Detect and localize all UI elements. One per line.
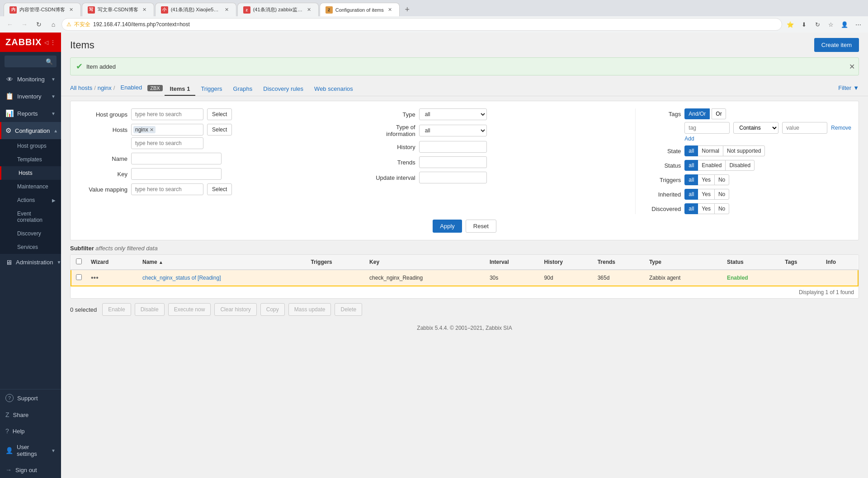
hosts-select-btn[interactable]: Select (207, 124, 232, 136)
downloads-btn[interactable]: ⬇ (797, 18, 810, 31)
sidebar-bottom-help[interactable]: ? Help (0, 423, 61, 439)
copy-btn[interactable]: Copy (260, 303, 285, 316)
mass-update-btn[interactable]: Mass update (288, 303, 331, 316)
update-interval-input[interactable] (419, 172, 487, 183)
tag-name-input[interactable] (684, 122, 730, 134)
browser-tab-1[interactable]: 内 内容管理-CSDN博客 ✕ (4, 3, 81, 16)
host-groups-select-btn[interactable]: Select (207, 108, 232, 120)
value-mapping-input[interactable] (131, 183, 203, 195)
hosts-chip-remove[interactable]: ✕ (150, 127, 154, 133)
host-groups-input[interactable] (131, 108, 203, 120)
sidebar-item-maintenance[interactable]: Maintenance (0, 180, 61, 193)
key-input[interactable] (131, 168, 222, 180)
create-item-button[interactable]: Create item (814, 38, 859, 52)
inherited-yes-btn[interactable]: Yes (698, 189, 715, 200)
sidebar-item-actions[interactable]: Actions ▶ (0, 193, 61, 207)
sidebar-item-configuration[interactable]: ⚙ Configuration ▲ (0, 122, 61, 139)
alert-close-btn[interactable]: ✕ (849, 62, 855, 71)
discovered-all-btn[interactable]: all (684, 203, 698, 214)
triggers-yes-btn[interactable]: Yes (698, 174, 715, 185)
discovered-no-btn[interactable]: No (714, 203, 729, 214)
status-enabled-btn[interactable]: Enabled (698, 160, 726, 171)
browser-tab-5[interactable]: Z Configuration of items ✕ (320, 3, 400, 16)
tab-triggers[interactable]: Triggers (195, 83, 227, 96)
name-input[interactable] (131, 153, 222, 164)
select-all-checkbox[interactable] (76, 258, 82, 264)
triggers-no-btn[interactable]: No (714, 174, 729, 185)
bookmark-btn[interactable]: ☆ (825, 18, 837, 31)
reload-btn[interactable]: ↻ (33, 18, 45, 31)
row-actions-dots[interactable]: ••• (91, 274, 99, 281)
status-all-btn[interactable]: all (684, 160, 698, 171)
tab-items[interactable]: Items 1 (165, 83, 196, 96)
breadcrumb-all-hosts[interactable]: All hosts (70, 84, 92, 91)
browser-tab-2[interactable]: 写 写文章-CSDN博客 ✕ (82, 3, 154, 16)
breadcrumb-enabled-badge[interactable]: Enabled (117, 81, 146, 94)
tag-value-input[interactable] (782, 122, 827, 134)
sidebar-bottom-share[interactable]: Z Share (0, 407, 61, 423)
state-not-supported-btn[interactable]: Not supported (723, 145, 765, 156)
tag-remove-link[interactable]: Remove (831, 125, 851, 131)
tab-close-5[interactable]: ✕ (387, 6, 394, 14)
refresh-btn[interactable]: ↻ (811, 18, 824, 31)
disable-btn[interactable]: Disable (135, 303, 165, 316)
tab-web-scenarios[interactable]: Web scenarios (309, 83, 359, 96)
state-normal-btn[interactable]: Normal (698, 145, 723, 156)
sidebar-item-event-correlation[interactable]: Event correlation (0, 207, 61, 227)
enable-btn[interactable]: Enable (102, 303, 131, 316)
tab-close-2[interactable]: ✕ (141, 6, 148, 14)
back-btn[interactable]: ← (4, 18, 16, 31)
inherited-no-btn[interactable]: No (714, 189, 729, 200)
sidebar-item-discovery[interactable]: Discovery (0, 227, 61, 240)
tag-add-link[interactable]: Add (684, 136, 694, 142)
sidebar-item-monitoring[interactable]: 👁 Monitoring ▼ (0, 71, 61, 88)
menu-btn[interactable]: ⋯ (852, 18, 864, 31)
delete-btn[interactable]: Delete (335, 303, 362, 316)
collapse-icon[interactable]: ◁ (44, 39, 48, 46)
breadcrumb-host-name[interactable]: nginx (98, 84, 112, 91)
sidebar-search-area[interactable]: 🔍 (0, 52, 61, 71)
browser-tab-4[interactable]: z (41条消息) zabbix监控keepalive... ✕ (237, 3, 319, 16)
dots-icon[interactable]: ⋮ (50, 39, 56, 46)
hosts-tag-input[interactable]: nginx ✕ (131, 124, 203, 136)
extensions-btn[interactable]: ⭐ (784, 18, 797, 31)
sidebar-bottom-user-settings[interactable]: 👤 User settings ▼ (0, 439, 61, 462)
sidebar-item-inventory[interactable]: 📋 Inventory ▼ (0, 88, 61, 105)
tab-close-4[interactable]: ✕ (306, 6, 313, 14)
forward-btn[interactable]: → (18, 18, 31, 31)
trends-input[interactable] (419, 156, 487, 168)
tags-and-or-btn[interactable]: And/Or (684, 108, 710, 119)
browser-tab-3[interactable]: 小 (41条消息) Xiaojie55的博客_CS ✕ (155, 3, 236, 16)
sidebar-item-administration[interactable]: 🖥 Administration ▼ (0, 254, 61, 271)
sidebar-bottom-support[interactable]: ? Support (0, 389, 61, 407)
address-bar[interactable]: ⚠ 不安全 192.168.47.140/items.php?context=h… (61, 18, 782, 31)
sidebar-item-hosts[interactable]: Hosts (0, 166, 61, 180)
home-btn[interactable]: ⌂ (47, 18, 60, 31)
tab-close-1[interactable]: ✕ (68, 6, 75, 14)
profile-btn[interactable]: 👤 (838, 18, 851, 31)
history-input[interactable] (419, 141, 487, 153)
discovered-yes-btn[interactable]: Yes (698, 203, 715, 214)
tags-or-btn[interactable]: Or (712, 108, 726, 119)
tab-graphs[interactable]: Graphs (228, 83, 258, 96)
triggers-all-btn[interactable]: all (684, 174, 698, 185)
value-mapping-select-btn[interactable]: Select (207, 183, 232, 195)
row-checkbox[interactable] (76, 274, 82, 280)
sidebar-item-templates[interactable]: Templates (0, 153, 61, 166)
type-of-info-select[interactable]: all Numeric (unsigned) Numeric (float) C… (419, 125, 487, 136)
type-select[interactable]: all Zabbix agent Zabbix agent (active) S… (419, 108, 487, 120)
reset-button[interactable]: Reset (466, 220, 496, 233)
execute-now-btn[interactable]: Execute now (168, 303, 211, 316)
sidebar-bottom-sign-out[interactable]: → Sign out (0, 462, 61, 478)
sidebar-search-bar[interactable]: 🔍 (5, 56, 57, 67)
header-name[interactable]: Name ▲ (138, 255, 306, 270)
item-name-link[interactable]: check_nginx_status of [Reading] (142, 275, 221, 281)
sidebar-item-host-groups[interactable]: Host groups (0, 139, 61, 153)
sidebar-item-reports[interactable]: 📊 Reports ▼ (0, 105, 61, 122)
hosts-search-input[interactable] (131, 137, 203, 149)
tag-contains-select[interactable]: Contains Equals Does not contain (733, 122, 778, 134)
new-tab-btn[interactable]: + (401, 3, 414, 16)
tab-discovery-rules[interactable]: Discovery rules (258, 83, 309, 96)
apply-button[interactable]: Apply (433, 220, 462, 233)
filter-toggle[interactable]: Filter ▼ (838, 84, 859, 91)
